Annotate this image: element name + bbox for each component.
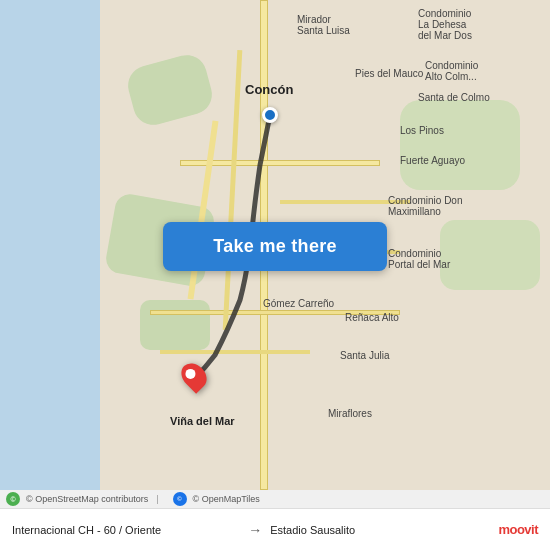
moovit-logo-text: moovit — [498, 522, 538, 537]
road — [160, 350, 310, 354]
green-area — [400, 100, 520, 190]
route-from: Internacional CH - 60 / Oriente — [12, 524, 240, 536]
label-vina-del-mar: Viña del Mar — [170, 415, 235, 427]
attribution-bar: © © OpenStreetMap contributors | © © Ope… — [0, 490, 550, 508]
label-fuerte-aguayo: Fuerte Aguayo — [400, 155, 465, 166]
label-alto-colm: CondominioAlto Colm... — [425, 60, 478, 82]
osm-attribution: © OpenStreetMap contributors — [26, 494, 148, 504]
label-gomez-carreno: Gómez Carreño — [263, 298, 334, 309]
bottom-bar: Internacional CH - 60 / Oriente → Estadi… — [0, 508, 550, 550]
ot-logo-icon: © — [173, 492, 187, 506]
destination-marker — [183, 362, 205, 390]
ot-attribution: © OpenMapTiles — [193, 494, 260, 504]
label-renaca-alto: Reñaca Alto — [345, 312, 399, 323]
label-concon: Concón — [245, 82, 293, 97]
green-area — [140, 300, 210, 350]
osm-logo-icon: © — [6, 492, 20, 506]
label-santa-colmo: Santa de Colmo — [418, 92, 490, 103]
label-condominio-portal: CondominioPortal del Mar — [388, 248, 450, 270]
moovit-logo: moovit — [498, 522, 538, 537]
label-condominio-dehesa: CondominioLa Dehesadel Mar Dos — [418, 8, 472, 41]
label-santa-julia: Santa Julia — [340, 350, 389, 361]
label-miraflores: Miraflores — [328, 408, 372, 419]
label-mirador: MiradorSanta Luisa — [297, 14, 350, 36]
map-container: Concón MiradorSanta Luisa Pies del Mauco… — [0, 0, 550, 490]
origin-marker — [262, 107, 278, 123]
label-pies-del-mauco: Pies del Mauco — [355, 68, 423, 79]
take-me-there-label: Take me there — [213, 236, 337, 257]
separator: | — [156, 494, 158, 504]
green-area — [440, 220, 540, 290]
route-to: Estadio Sausalito — [270, 524, 498, 536]
take-me-there-button[interactable]: Take me there — [163, 222, 387, 271]
label-los-pinos: Los Pinos — [400, 125, 444, 136]
label-condominio-don: Condominio DonMaximillano — [388, 195, 463, 217]
arrow-icon: → — [248, 522, 262, 538]
